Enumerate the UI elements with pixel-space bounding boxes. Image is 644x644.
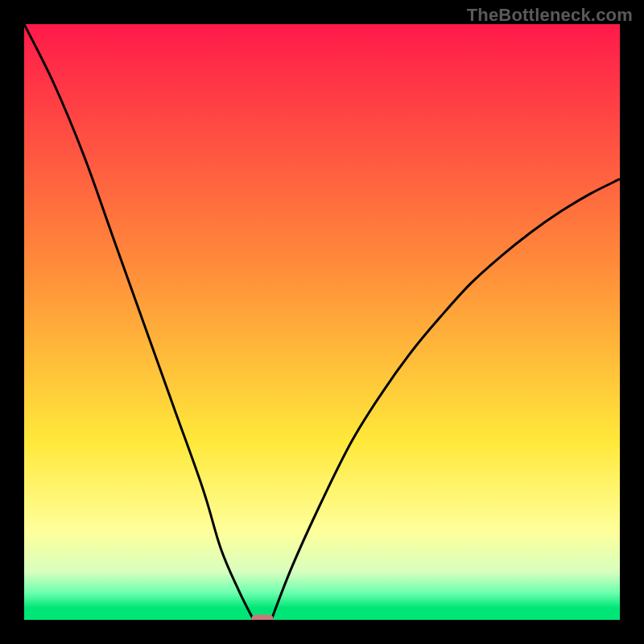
chart-marker [251, 615, 274, 621]
chart-curves-svg [24, 24, 620, 620]
right-curve [271, 179, 620, 620]
chart-frame [24, 24, 620, 620]
watermark-text: TheBottleneck.com [467, 5, 633, 26]
left-curve [24, 24, 254, 620]
